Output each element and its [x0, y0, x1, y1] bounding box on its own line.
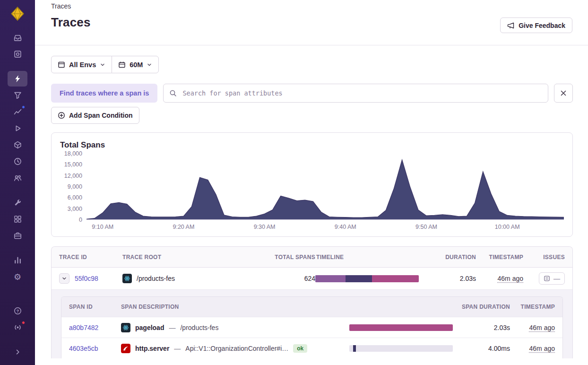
sidebar-item-issues[interactable]: [8, 30, 27, 45]
timeline-segment: [372, 275, 419, 282]
close-icon: [560, 89, 567, 97]
chevron-down-icon: [61, 276, 67, 281]
environment-icon: [58, 61, 65, 69]
span-op: http.server: [135, 345, 169, 352]
breadcrumb[interactable]: Traces: [51, 2, 573, 10]
issues-mini-icon: [544, 275, 550, 282]
span-row: a80b7482: [61, 317, 562, 338]
trace-issues-chip[interactable]: —: [539, 272, 565, 285]
sidebar-item-crons[interactable]: [8, 154, 27, 169]
y-axis-label: 3,000: [68, 206, 82, 212]
chart-title: Total Spans: [60, 140, 564, 150]
sidebar-item-toolbox[interactable]: [8, 195, 27, 210]
replays-icon: [14, 124, 22, 132]
react-icon: [122, 274, 132, 283]
traces-table: TRACE ID TRACE ROOT TOTAL SPANS TIMELINE…: [51, 246, 573, 358]
span-description: Api::V1::OrganizationController#i…: [185, 345, 288, 352]
x-axis-label: 9:30 AM: [254, 224, 276, 230]
column-span-duration: SPAN DURATION: [462, 304, 510, 310]
sidebar-item-settings[interactable]: ⚙: [8, 269, 27, 285]
column-timestamp: TIMESTAMP: [489, 254, 523, 261]
trace-timestamp[interactable]: 46m ago: [498, 275, 523, 282]
add-circle-icon: [58, 112, 65, 119]
span-search-box: [163, 84, 548, 103]
chart-x-axis: 9:10 AM9:20 AM9:30 AM9:40 AM9:50 AM10:00…: [86, 220, 564, 233]
main-content: Traces Traces Give Feedback All Envs: [35, 0, 588, 365]
date-range-filter-label: 60M: [130, 61, 143, 69]
y-axis-label: 18,000: [64, 150, 82, 157]
sidebar-item-integrations[interactable]: [8, 211, 27, 227]
span-duration-value: 4.00ms: [488, 345, 510, 352]
whats-new-notification-dot: [22, 321, 25, 324]
sidebar-item-organization[interactable]: [8, 228, 27, 243]
whats-new-icon: [14, 323, 22, 331]
give-feedback-label: Give Feedback: [519, 22, 565, 29]
column-issues: ISSUES: [543, 254, 565, 261]
expanded-trace-spans: SPAN ID SPAN DESCRIPTION SPAN DURATION T…: [52, 289, 572, 358]
y-axis-label: 12,000: [64, 173, 82, 179]
add-span-condition-button[interactable]: Add Span Condition: [51, 107, 139, 124]
span-status-badge: ok: [293, 344, 307, 353]
clear-search-button[interactable]: [554, 84, 573, 103]
y-axis-label: 15,000: [64, 161, 82, 168]
sidebar-item-releases[interactable]: [8, 137, 27, 153]
insights-icon: [14, 108, 22, 116]
sidebar-item-help[interactable]: ?: [8, 303, 27, 319]
sidebar-item-traces[interactable]: [8, 71, 27, 87]
y-axis-label: 0: [79, 217, 82, 223]
megaphone-icon: [507, 22, 515, 29]
sidebar-collapse-button[interactable]: [8, 344, 27, 360]
settings-gear-icon: ⚙: [14, 273, 21, 281]
x-axis-label: 9:10 AM: [92, 224, 113, 230]
column-duration: DURATION: [445, 254, 476, 261]
span-op: pageload: [135, 324, 164, 331]
crons-icon: [14, 157, 22, 165]
span-duration-value: 2.03s: [494, 324, 510, 331]
span-description-cell: http.server — Api::V1::OrganizationContr…: [121, 344, 349, 353]
column-span-description: SPAN DESCRIPTION: [121, 304, 349, 310]
date-range-filter-button[interactable]: 60M: [112, 56, 159, 73]
span-duration-sliver: [353, 345, 356, 352]
sidebar-item-whats-new[interactable]: [8, 320, 27, 335]
trace-issues-value: —: [553, 275, 560, 282]
chart-plot-area[interactable]: [86, 154, 564, 220]
x-axis-label: 10:00 AM: [495, 224, 520, 230]
sidebar-item-replays[interactable]: [8, 121, 27, 136]
search-icon: [169, 89, 177, 97]
user-feedback-icon: [14, 174, 22, 182]
add-span-condition-label: Add Span Condition: [69, 112, 133, 119]
column-span-timestamp: TIMESTAMP: [521, 304, 555, 310]
span-id-link[interactable]: a80b7482: [69, 324, 121, 331]
environment-filter-button[interactable]: All Envs: [51, 56, 112, 73]
timeline-segment: [315, 275, 346, 282]
chart-svg: [86, 154, 564, 219]
sidebar-item-stats[interactable]: [8, 252, 27, 268]
sentry-org-logo[interactable]: [9, 6, 26, 22]
column-span-id: SPAN ID: [69, 304, 121, 310]
sidebar-item-user-feedback[interactable]: [8, 170, 27, 186]
environment-filter-label: All Envs: [69, 61, 96, 69]
trace-id-link[interactable]: 55f0c98: [75, 275, 98, 282]
collapse-sidebar-icon: [14, 348, 21, 356]
span-duration-bar: [349, 324, 453, 331]
timeline-bar[interactable]: [315, 275, 419, 282]
trace-root-cell[interactable]: /products-fes: [122, 274, 259, 283]
sidebar-item-insights[interactable]: [8, 104, 27, 120]
span-separator: —: [169, 324, 175, 331]
sidebar-item-explore[interactable]: [8, 46, 27, 62]
span-duration-bar: [349, 345, 453, 352]
org-gem-icon: [9, 6, 26, 22]
calendar-icon: [118, 61, 126, 69]
give-feedback-button[interactable]: Give Feedback: [500, 17, 572, 33]
span-separator: —: [174, 345, 181, 352]
span-attributes-search-input[interactable]: [163, 84, 548, 103]
sidebar-item-queries[interactable]: [8, 87, 27, 103]
total-spans-value: 624: [304, 275, 315, 282]
stats-icon: [14, 256, 22, 264]
span-timestamp[interactable]: 46m ago: [529, 345, 555, 352]
span-timestamp[interactable]: 46m ago: [529, 324, 555, 331]
span-id-link[interactable]: 4603e5cb: [69, 345, 121, 352]
help-icon: ?: [14, 307, 22, 315]
svg-text:?: ?: [16, 309, 19, 313]
collapse-trace-button[interactable]: [59, 273, 69, 284]
